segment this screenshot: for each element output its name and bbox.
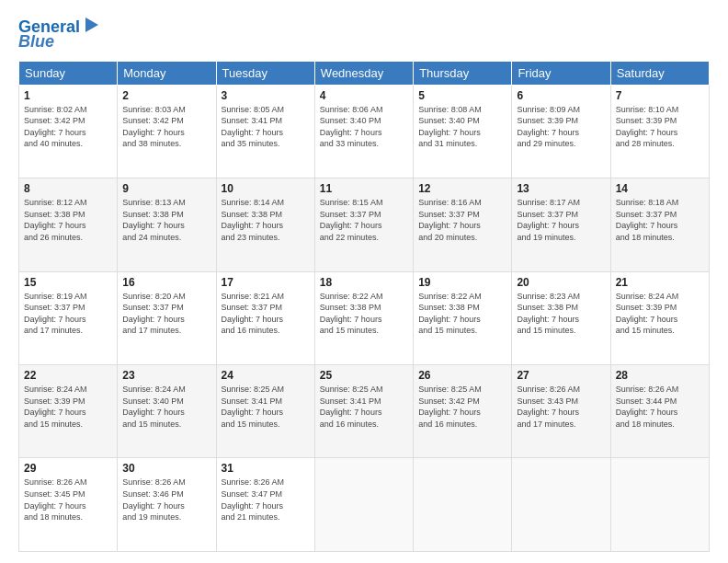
day-number: 2 <box>122 89 210 102</box>
cell-info: Sunrise: 8:03 AMSunset: 3:42 PMDaylight:… <box>122 105 186 149</box>
cell-info: Sunrise: 8:25 AMSunset: 3:42 PMDaylight:… <box>418 385 482 429</box>
logo: General Blue <box>18 18 102 52</box>
calendar-cell: 2 Sunrise: 8:03 AMSunset: 3:42 PMDayligh… <box>118 85 216 178</box>
day-number: 16 <box>122 276 210 289</box>
page: General Blue SundayMondayTuesdayWednesda… <box>0 0 728 563</box>
cell-info: Sunrise: 8:24 AMSunset: 3:40 PMDaylight:… <box>122 385 186 429</box>
day-number: 19 <box>418 276 506 289</box>
cell-info: Sunrise: 8:26 AMSunset: 3:44 PMDaylight:… <box>616 385 679 429</box>
calendar-cell: 11 Sunrise: 8:15 AMSunset: 3:37 PMDaylig… <box>314 178 413 271</box>
cell-info: Sunrise: 8:17 AMSunset: 3:37 PMDaylight:… <box>517 198 580 242</box>
day-header-thursday: Thursday <box>414 61 512 85</box>
calendar-cell: 16 Sunrise: 8:20 AMSunset: 3:37 PMDaylig… <box>118 271 216 364</box>
day-number: 14 <box>616 182 704 195</box>
day-number: 9 <box>122 182 210 195</box>
day-number: 6 <box>517 89 605 102</box>
day-number: 24 <box>222 369 310 382</box>
cell-info: Sunrise: 8:26 AMSunset: 3:43 PMDaylight:… <box>517 385 580 429</box>
cell-info: Sunrise: 8:18 AMSunset: 3:37 PMDaylight:… <box>616 198 679 242</box>
calendar-cell: 31 Sunrise: 8:26 AMSunset: 3:47 PMDaylig… <box>216 458 314 552</box>
day-number: 30 <box>122 462 210 475</box>
day-number: 23 <box>122 369 210 382</box>
day-header-sunday: Sunday <box>19 61 118 85</box>
day-number: 1 <box>24 89 112 102</box>
week-row-5: 29 Sunrise: 8:26 AMSunset: 3:45 PMDaylig… <box>19 458 710 552</box>
day-header-monday: Monday <box>118 61 216 85</box>
cell-info: Sunrise: 8:22 AMSunset: 3:38 PMDaylight:… <box>418 292 482 336</box>
cell-info: Sunrise: 8:21 AMSunset: 3:37 PMDaylight:… <box>222 292 285 336</box>
calendar-cell: 18 Sunrise: 8:22 AMSunset: 3:38 PMDaylig… <box>314 271 413 364</box>
week-row-4: 22 Sunrise: 8:24 AMSunset: 3:39 PMDaylig… <box>19 365 710 458</box>
cell-info: Sunrise: 8:25 AMSunset: 3:41 PMDaylight:… <box>320 385 383 429</box>
svg-marker-0 <box>85 17 98 32</box>
cell-info: Sunrise: 8:26 AMSunset: 3:47 PMDaylight:… <box>222 477 285 522</box>
calendar-cell: 13 Sunrise: 8:17 AMSunset: 3:37 PMDaylig… <box>512 178 610 271</box>
day-number: 25 <box>320 369 408 382</box>
cell-info: Sunrise: 8:10 AMSunset: 3:39 PMDaylight:… <box>616 105 679 149</box>
calendar-cell: 20 Sunrise: 8:23 AMSunset: 3:38 PMDaylig… <box>512 271 610 364</box>
cell-info: Sunrise: 8:05 AMSunset: 3:41 PMDaylight:… <box>222 105 285 149</box>
calendar-cell <box>610 458 709 552</box>
calendar-cell: 15 Sunrise: 8:19 AMSunset: 3:37 PMDaylig… <box>19 271 118 364</box>
calendar-cell <box>414 458 512 552</box>
calendar-cell: 17 Sunrise: 8:21 AMSunset: 3:37 PMDaylig… <box>216 271 314 364</box>
week-row-1: 1 Sunrise: 8:02 AMSunset: 3:42 PMDayligh… <box>19 85 710 178</box>
day-number: 27 <box>517 369 605 382</box>
day-header-tuesday: Tuesday <box>216 61 314 85</box>
calendar-cell: 12 Sunrise: 8:16 AMSunset: 3:37 PMDaylig… <box>414 178 512 271</box>
calendar-cell: 26 Sunrise: 8:25 AMSunset: 3:42 PMDaylig… <box>414 365 512 458</box>
day-number: 17 <box>222 276 310 289</box>
logo-arrow-icon <box>82 16 102 36</box>
day-number: 18 <box>320 276 408 289</box>
calendar-cell: 23 Sunrise: 8:24 AMSunset: 3:40 PMDaylig… <box>118 365 216 458</box>
day-number: 28 <box>616 369 704 382</box>
calendar-cell: 4 Sunrise: 8:06 AMSunset: 3:40 PMDayligh… <box>314 85 413 178</box>
calendar-cell: 10 Sunrise: 8:14 AMSunset: 3:38 PMDaylig… <box>216 178 314 271</box>
cell-info: Sunrise: 8:02 AMSunset: 3:42 PMDaylight:… <box>24 105 87 149</box>
cell-info: Sunrise: 8:16 AMSunset: 3:37 PMDaylight:… <box>418 198 482 242</box>
day-number: 20 <box>517 276 605 289</box>
day-number: 29 <box>24 462 112 475</box>
header: General Blue <box>18 15 710 52</box>
calendar-cell <box>314 458 413 552</box>
cell-info: Sunrise: 8:12 AMSunset: 3:38 PMDaylight:… <box>24 198 87 242</box>
day-number: 7 <box>616 89 704 102</box>
calendar-cell: 1 Sunrise: 8:02 AMSunset: 3:42 PMDayligh… <box>19 85 118 178</box>
day-number: 22 <box>24 369 112 382</box>
day-number: 21 <box>616 276 704 289</box>
calendar-cell: 19 Sunrise: 8:22 AMSunset: 3:38 PMDaylig… <box>414 271 512 364</box>
calendar-cell: 24 Sunrise: 8:25 AMSunset: 3:41 PMDaylig… <box>216 365 314 458</box>
cell-info: Sunrise: 8:14 AMSunset: 3:38 PMDaylight:… <box>222 198 285 242</box>
day-number: 26 <box>418 369 506 382</box>
day-number: 4 <box>320 89 408 102</box>
cell-info: Sunrise: 8:26 AMSunset: 3:46 PMDaylight:… <box>122 477 186 522</box>
day-number: 5 <box>418 89 506 102</box>
day-number: 11 <box>320 182 408 195</box>
cell-info: Sunrise: 8:24 AMSunset: 3:39 PMDaylight:… <box>616 292 679 336</box>
cell-info: Sunrise: 8:19 AMSunset: 3:37 PMDaylight:… <box>24 292 87 336</box>
calendar-cell: 30 Sunrise: 8:26 AMSunset: 3:46 PMDaylig… <box>118 458 216 552</box>
day-number: 13 <box>517 182 605 195</box>
cell-info: Sunrise: 8:24 AMSunset: 3:39 PMDaylight:… <box>24 385 87 429</box>
cell-info: Sunrise: 8:26 AMSunset: 3:45 PMDaylight:… <box>24 477 87 522</box>
week-row-3: 15 Sunrise: 8:19 AMSunset: 3:37 PMDaylig… <box>19 271 710 364</box>
day-number: 31 <box>222 462 310 475</box>
header-row: SundayMondayTuesdayWednesdayThursdayFrid… <box>19 61 710 85</box>
cell-info: Sunrise: 8:06 AMSunset: 3:40 PMDaylight:… <box>320 105 383 149</box>
calendar-cell: 27 Sunrise: 8:26 AMSunset: 3:43 PMDaylig… <box>512 365 610 458</box>
calendar-cell: 28 Sunrise: 8:26 AMSunset: 3:44 PMDaylig… <box>610 365 709 458</box>
day-number: 10 <box>222 182 310 195</box>
cell-info: Sunrise: 8:15 AMSunset: 3:37 PMDaylight:… <box>320 198 383 242</box>
logo-blue: Blue <box>18 33 54 52</box>
day-number: 15 <box>24 276 112 289</box>
cell-info: Sunrise: 8:09 AMSunset: 3:39 PMDaylight:… <box>517 105 580 149</box>
day-number: 3 <box>222 89 310 102</box>
cell-info: Sunrise: 8:20 AMSunset: 3:37 PMDaylight:… <box>122 292 186 336</box>
calendar-cell: 9 Sunrise: 8:13 AMSunset: 3:38 PMDayligh… <box>118 178 216 271</box>
cell-info: Sunrise: 8:08 AMSunset: 3:40 PMDaylight:… <box>418 105 482 149</box>
calendar-cell <box>512 458 610 552</box>
cell-info: Sunrise: 8:22 AMSunset: 3:38 PMDaylight:… <box>320 292 383 336</box>
day-number: 12 <box>418 182 506 195</box>
calendar-cell: 3 Sunrise: 8:05 AMSunset: 3:41 PMDayligh… <box>216 85 314 178</box>
day-header-wednesday: Wednesday <box>314 61 413 85</box>
